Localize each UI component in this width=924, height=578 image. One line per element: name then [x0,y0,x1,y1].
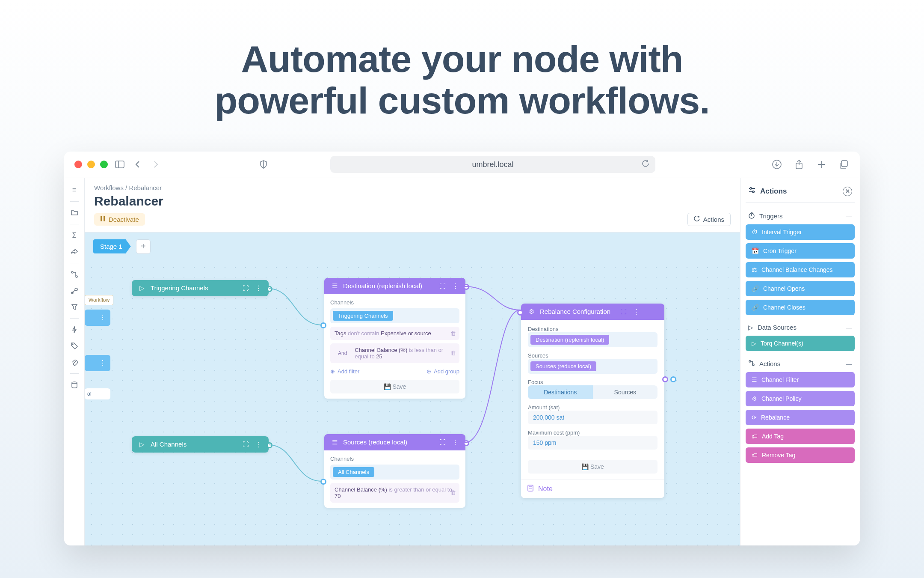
more-icon[interactable]: ⋮ [451,282,459,290]
node-triggering-channels[interactable]: ▷ Triggering Channels ⛶ ⋮ [132,280,269,296]
node-rebalance-config[interactable]: ⚙ Rebalance Configuration ⛶ ⋮ Destinatio… [521,304,664,498]
add-filter-button[interactable]: ⊕ Add filter [330,368,359,375]
amount-label: Amount (sat) [528,404,657,411]
channels-label: Channels [330,456,459,462]
filter-row-1[interactable]: Tags don't contain Expensive or source 🗑 [330,327,459,340]
tabs-icon[interactable] [838,158,850,170]
stage-chip[interactable]: Stage 1 [93,239,131,253]
browser-chrome: umbrel.local [64,152,860,178]
partial-header[interactable]: ⋮ [85,310,110,326]
deactivate-button[interactable]: Deactivate [94,213,145,226]
link-icon: 🔗 [752,285,759,292]
pause-icon [100,216,105,223]
amount-input[interactable]: 200,000 sat [528,411,657,424]
rail-tag-icon[interactable] [68,339,81,353]
workflow-canvas[interactable]: Workflow ⋮ ⋮ of ▷ Triggering Channels ⛶ … [85,261,740,545]
tag-icon: 🏷 [752,433,758,440]
triggers-header[interactable]: Triggers — [746,207,855,224]
channels-chip[interactable]: All Channels [333,467,374,477]
rebalance-icon: ⟳ [752,414,757,421]
new-tab-icon[interactable] [815,158,827,170]
focus-label: Focus [528,379,657,385]
svg-point-11 [76,276,77,277]
svg-point-29 [752,364,754,366]
rail-forward-icon[interactable] [68,245,81,259]
rail-sigma-icon[interactable]: Σ [68,229,81,242]
trigger-channel-opens[interactable]: 🔗Channel Opens [746,281,855,296]
rail-dollar-icon[interactable] [68,284,81,298]
channels-chip[interactable]: Triggering Channels [333,311,393,321]
close-window-icon[interactable] [74,161,82,168]
expand-icon[interactable]: ⛶ [241,284,250,292]
breadcrumb[interactable]: Workflows / Rebalancer [94,184,731,191]
more-icon[interactable]: ⋮ [254,284,263,292]
trigger-balance-changes[interactable]: ⚖Channel Balance Changes [746,262,855,277]
action-channel-policy[interactable]: ⚙Channel Policy [746,391,855,406]
add-group-button[interactable]: ⊕ Add group [426,368,459,375]
filter-icon: ☰ [330,438,339,446]
forward-icon[interactable] [150,158,162,170]
node-all-channels[interactable]: ▷ All Channels ⛶ ⋮ [132,436,269,453]
action-remove-tag[interactable]: 🏷Remove Tag [746,447,855,463]
node-destination[interactable]: ☰ Destination (replenish local) ⛶ ⋮ Chan… [324,278,465,399]
src-chip[interactable]: Sources (reduce local) [530,361,596,371]
rail-db-icon[interactable] [68,378,81,392]
data-sources-header[interactable]: ▷ Data Sources — [746,319,855,336]
trigger-interval[interactable]: ⏱Interval Trigger [746,224,855,240]
download-icon[interactable] [771,158,783,170]
save-button[interactable]: 💾 Save [528,460,657,474]
rail-filter-icon[interactable] [68,300,81,314]
expand-icon[interactable]: ⛶ [241,441,250,448]
delete-filter-icon[interactable]: 🗑 [450,330,456,337]
delete-filter-icon[interactable]: 🗑 [450,489,456,496]
stage-row: Stage 1 + [85,232,740,261]
shield-icon[interactable] [258,158,270,170]
svg-point-28 [749,361,751,362]
filter-row[interactable]: Channel Balance (%) is greater than or e… [330,483,459,503]
expand-icon[interactable]: ⛶ [438,282,447,289]
rail-folder-icon[interactable] [68,206,81,220]
action-channel-filter[interactable]: ☰Channel Filter [746,372,855,387]
rail-clip-icon[interactable] [68,355,81,369]
more-icon[interactable]: ⋮ [632,308,640,316]
refresh-icon[interactable] [642,160,649,170]
more-icon[interactable]: ⋮ [451,438,459,446]
back-icon[interactable] [132,158,144,170]
rail-menu-icon[interactable]: ≡ [68,183,81,197]
actions-section-header[interactable]: Actions — [746,355,855,372]
sidebar-toggle-icon[interactable] [114,158,126,170]
timer-icon [748,212,755,220]
minimize-window-icon[interactable] [87,161,95,168]
url-bar[interactable]: umbrel.local [330,156,655,173]
browser-window: umbrel.local ≡ [64,152,860,545]
dest-chip[interactable]: Destination (replenish local) [530,335,609,345]
action-add-tag[interactable]: 🏷Add Tag [746,429,855,444]
rail-workflow-icon[interactable] [68,268,81,281]
maximize-window-icon[interactable] [100,161,108,168]
trigger-cron[interactable]: 📅Cron Trigger [746,243,855,259]
actions-button[interactable]: Actions [687,213,731,226]
note-row[interactable]: Note [521,480,664,498]
action-rebalance[interactable]: ⟳Rebalance [746,410,855,425]
filter-row-2[interactable]: And Channel Balance (%) is less than or … [330,343,459,363]
filter-icon: ☰ [752,376,757,383]
share-icon[interactable] [793,158,805,170]
focus-toggle[interactable]: Destinations Sources [528,385,657,399]
expand-icon[interactable]: ⛶ [438,438,447,446]
rail-bolt-icon[interactable] [68,323,81,337]
save-button[interactable]: 💾 Save [330,380,459,393]
filter-icon: ☰ [330,282,339,290]
partial-node-left: ⋮ [85,310,110,331]
maxcost-input[interactable]: 150 ppm [528,436,657,450]
focus-dest-option[interactable]: Destinations [528,385,593,399]
trigger-channel-closes[interactable]: 🔗Channel Closes [746,300,855,315]
more-icon[interactable]: ⋮ [254,441,263,448]
partial-header[interactable]: ⋮ [85,355,110,371]
delete-filter-icon[interactable]: 🗑 [450,350,456,356]
focus-src-option[interactable]: Sources [593,385,658,399]
expand-icon[interactable]: ⛶ [619,308,628,315]
close-panel-icon[interactable]: ✕ [843,187,852,196]
data-source-torq[interactable]: ▷Torq Channel(s) [746,336,855,351]
node-sources[interactable]: ☰ Sources (reduce local) ⛶ ⋮ Channels Al… [324,434,465,508]
add-stage-button[interactable]: + [136,239,151,254]
